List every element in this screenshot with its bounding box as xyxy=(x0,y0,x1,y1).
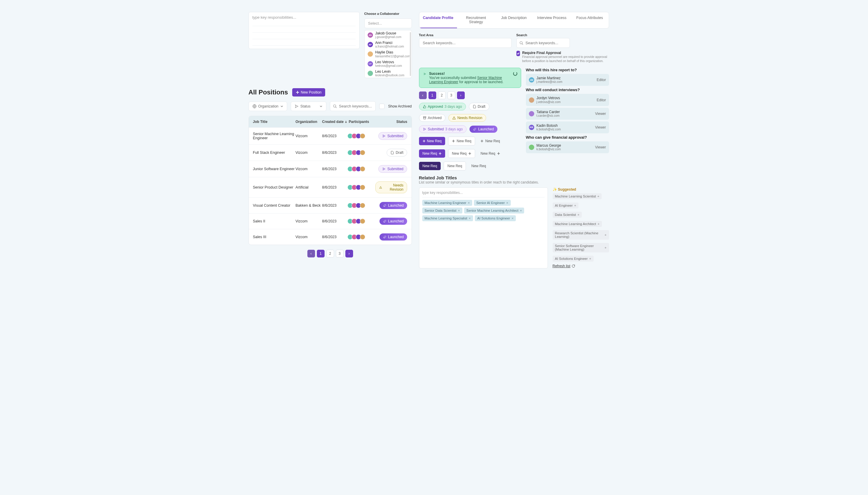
page-3[interactable]: 3 xyxy=(336,250,344,257)
page-3[interactable]: 3 xyxy=(447,91,455,99)
suggested-chip[interactable]: Machine Learning Scientist + xyxy=(552,193,602,199)
table-row[interactable]: Sales IIVizcom8/6/2023Launched xyxy=(249,213,412,229)
plus-icon[interactable]: + xyxy=(577,213,579,217)
page-prev[interactable]: ‹ xyxy=(419,91,427,99)
table-row[interactable]: Sales IIIVizcom8/6/2023Launched xyxy=(249,229,412,245)
plus-icon[interactable]: + xyxy=(597,194,599,198)
status-pill[interactable]: Launched xyxy=(379,202,407,209)
status-pill[interactable]: Draft xyxy=(387,149,407,156)
suggested-chip[interactable]: Machine Learning Architect + xyxy=(552,221,602,227)
org-filter[interactable]: Organization xyxy=(249,102,287,111)
new-req-6[interactable]: New Req xyxy=(478,149,502,158)
chip[interactable]: Senior AI Engineer × xyxy=(474,200,511,206)
col-participants[interactable]: Participants xyxy=(348,120,375,124)
collaborator-item[interactable]: JGJakob Gousej.gouse@gmail.com xyxy=(365,30,412,40)
collaborator-item[interactable]: LVLeo Vetrovslvetrovs@gmail.com xyxy=(365,59,412,69)
require-approval-checkbox[interactable] xyxy=(516,51,520,56)
collaborator-item[interactable]: Haylie Diastianasmithe12@gmail.com xyxy=(365,49,412,59)
status-filter[interactable]: Status xyxy=(291,102,326,111)
related-chipbox[interactable]: type key responsibilities... Machine Lea… xyxy=(419,187,548,269)
tab-recruitment-strategy[interactable]: Recruitment Strategy xyxy=(457,12,495,28)
plus-icon[interactable]: + xyxy=(605,246,607,250)
suggested-chip[interactable]: AI Engineer + xyxy=(552,203,579,208)
page-2[interactable]: 2 xyxy=(438,91,446,99)
collaborator-dropdown[interactable]: JGJakob Gousej.gouse@gmail.comAFAnn Fran… xyxy=(364,30,412,78)
close-icon[interactable]: × xyxy=(468,201,470,205)
col-job[interactable]: Job Title xyxy=(253,120,295,124)
suggested-chip[interactable]: Research Scientist (Machine Learning) + xyxy=(552,230,609,240)
page-prev[interactable]: ‹ xyxy=(307,250,315,257)
keywords-input[interactable] xyxy=(419,38,512,48)
page-next[interactable]: › xyxy=(457,91,465,99)
tab-candidate-profile[interactable]: Candidate Profile xyxy=(419,12,457,28)
status-draft[interactable]: Draft xyxy=(469,103,489,110)
table-row[interactable]: Full Stack EngineerVizcom8/6/2023Draft xyxy=(249,144,412,161)
show-archived-checkbox[interactable] xyxy=(379,104,385,109)
suggested-chip[interactable]: Data Scientist + xyxy=(552,212,582,218)
status-approved[interactable]: Approved 3 days ago xyxy=(419,103,466,110)
collaborator-item[interactable]: AFAnn Francia.franci@hotmail.com xyxy=(365,40,412,49)
page-title: All Positions xyxy=(249,88,288,96)
interview-question: Who will conduct interviews? xyxy=(526,88,609,92)
new-req-1[interactable]: New Req xyxy=(419,137,445,145)
new-req-3[interactable]: New Req xyxy=(478,137,502,145)
status-pill[interactable]: Needs Revision xyxy=(375,182,407,193)
col-created[interactable]: Created date xyxy=(322,120,349,124)
table-row[interactable]: Visual Content CreatorBakken & Beck8/6/2… xyxy=(249,198,412,213)
status-needs-revision[interactable]: Needs Revision xyxy=(448,114,486,122)
status-submitted[interactable]: Submitted 3 days ago xyxy=(419,125,467,133)
status-launched[interactable]: Launched xyxy=(470,125,497,133)
suggested-label: ✨ Suggested xyxy=(552,187,609,191)
refresh-list[interactable]: Refresh list xyxy=(552,264,575,268)
plus-icon[interactable]: + xyxy=(605,233,607,237)
new-req-9[interactable]: New Req xyxy=(469,162,488,170)
new-req-2[interactable]: New Req xyxy=(448,137,475,146)
chip[interactable]: AI Solutions Engineer × xyxy=(475,215,516,221)
page-1[interactable]: 1 xyxy=(317,250,325,257)
plus-icon[interactable]: + xyxy=(574,204,576,207)
page-2[interactable]: 2 xyxy=(326,250,334,257)
search-keywords-input[interactable] xyxy=(516,38,570,48)
status-pill[interactable]: Submitted xyxy=(378,132,407,140)
person-row[interactable]: KBKadin Botoshk.botosh@viz.comViewer xyxy=(526,121,609,133)
status-pill[interactable]: Launched xyxy=(379,218,407,225)
close-icon[interactable]: × xyxy=(458,209,460,212)
person-row[interactable]: Tatiana Cardert.carder@viz.comViewer xyxy=(526,108,609,120)
col-org[interactable]: Organization xyxy=(295,120,322,124)
col-status[interactable]: Status xyxy=(375,120,407,124)
responsibilities-textarea[interactable]: type key responsibilities... xyxy=(249,12,360,49)
close-icon[interactable]: × xyxy=(469,217,471,220)
collaborator-item[interactable]: Leo Levinleolevin@outlook.com xyxy=(365,69,412,78)
table-row[interactable]: Senior Product DesignerArtificial8/6/202… xyxy=(249,177,412,198)
person-row[interactable]: Jordyn Vetrovsj.vetrovs@viz.comEditor xyxy=(526,94,609,106)
table-row[interactable]: Senior Machine Learning EngineerVizcom8/… xyxy=(249,127,412,144)
chip[interactable]: Machine Learning Engineer × xyxy=(422,200,472,206)
new-req-4[interactable]: New Req xyxy=(419,149,445,158)
new-position-button[interactable]: New Position xyxy=(292,88,325,97)
collaborator-select[interactable]: Select... xyxy=(364,18,412,28)
page-next[interactable]: › xyxy=(345,250,353,257)
chip[interactable]: Senior Machine Learning Architect × xyxy=(464,208,524,214)
status-pill[interactable]: Submitted xyxy=(378,165,407,173)
table-row[interactable]: Junior Software EngineerVizcom8/6/2023Su… xyxy=(249,161,412,177)
person-row[interactable]: Marcus Georgek.botosh@viz.comViewer xyxy=(526,141,609,153)
suggested-chip[interactable]: Senior Software Engineer (Machine Learni… xyxy=(552,243,609,252)
tab-interview-process[interactable]: Interview Process xyxy=(533,12,571,28)
new-req-7[interactable]: New Req xyxy=(419,162,441,170)
tab-job-description[interactable]: Job Description xyxy=(495,12,533,28)
status-archived[interactable]: Archived xyxy=(419,114,446,122)
chip[interactable]: Senior Data Scientist × xyxy=(422,208,462,214)
person-row[interactable]: JMJamie Martinezj.martinez@viz.comEditor xyxy=(526,74,609,86)
plus-icon[interactable]: + xyxy=(597,222,599,226)
new-req-5[interactable]: New Req xyxy=(448,149,475,158)
tab-focus-attributes[interactable]: Focus Attributes xyxy=(571,12,609,28)
close-icon[interactable]: × xyxy=(506,201,508,205)
plus-icon[interactable]: + xyxy=(589,257,591,260)
suggested-chip[interactable]: AI Solutions Engineer + xyxy=(552,256,594,261)
close-icon[interactable]: × xyxy=(520,209,522,212)
page-1[interactable]: 1 xyxy=(428,91,436,99)
status-pill[interactable]: Launched xyxy=(379,234,407,240)
chip[interactable]: Machine Learning Specialist × xyxy=(422,215,473,221)
new-req-8[interactable]: New Req xyxy=(444,161,466,170)
close-icon[interactable]: × xyxy=(512,217,514,220)
